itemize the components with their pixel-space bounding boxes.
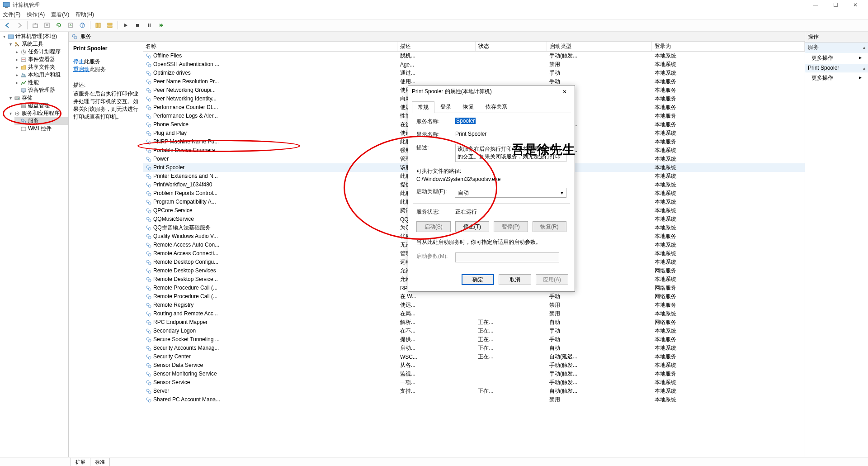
label-service-name: 服务名称: (416, 118, 455, 125)
svg-point-60 (148, 150, 151, 153)
toolbar-grid1-icon[interactable] (93, 20, 103, 30)
window-minimize-button[interactable]: — (806, 0, 826, 10)
btn-cancel[interactable]: 取消 (499, 274, 531, 285)
svg-point-98 (148, 314, 151, 316)
tree-local-users[interactable]: ▸本地用户和组 (14, 71, 68, 79)
toolbar-up-button[interactable] (30, 20, 40, 30)
dialog-tab-general[interactable]: 常规 (412, 101, 434, 113)
service-row[interactable]: Optimize drives通过...手动本地系统 (143, 69, 805, 77)
service-row[interactable]: Security Accounts Manag...启动...正在...自动本地… (143, 344, 805, 352)
window-close-button[interactable]: ✕ (845, 0, 865, 10)
tree-wmi[interactable]: WMI 控件 (14, 125, 68, 133)
btn-stop[interactable]: 停止(T) (455, 221, 490, 232)
value-description[interactable] (455, 144, 566, 162)
menu-view[interactable]: 查看(V) (51, 11, 69, 19)
service-control-buttons: 启动(S) 停止(T) 暂停(P) 恢复(R) (416, 221, 566, 232)
dialog-tab-deps[interactable]: 依存关系 (480, 101, 513, 113)
tree-services-apps[interactable]: ▾服务和应用程序 (8, 109, 68, 117)
gear-icon (146, 53, 152, 59)
service-row[interactable]: OpenSSH Authentication ...Age...禁用本地系统 (143, 60, 805, 69)
menu-help[interactable]: 帮助(H) (75, 11, 94, 19)
gear-icon (146, 113, 152, 119)
gear-icon (146, 388, 152, 395)
tab-standard[interactable]: 标准 (90, 458, 110, 466)
link-stop-service[interactable]: 停止 (73, 58, 84, 65)
tree-system-tools[interactable]: ▾系统工具 (8, 40, 68, 48)
tree-root[interactable]: ▾计算机管理(本地) (2, 33, 68, 40)
label-startup-type: 启动类型(E): (416, 188, 455, 195)
gear-icon (146, 311, 152, 317)
service-row[interactable]: RPC Endpoint Mapper解析...正在...自动网络服务 (143, 318, 805, 327)
service-row[interactable]: Secure Socket Tunneling ...提供...正在...手动本… (143, 335, 805, 344)
service-row[interactable]: Offline Files脱机...手动(触发...本地系统 (143, 52, 805, 61)
service-row[interactable]: Server支持...正在...自动(触发...本地系统 (143, 387, 805, 395)
gear-icon (146, 216, 152, 223)
toolbar-help-icon[interactable]: ? (77, 20, 87, 30)
col-logon[interactable]: 登录为 (652, 42, 805, 52)
tree-storage[interactable]: ▾存储 (8, 94, 68, 102)
col-name[interactable]: 名称 (143, 42, 397, 52)
col-desc[interactable]: 描述 (397, 42, 476, 52)
svg-point-38 (148, 56, 151, 58)
value-exe-path: C:\Windows\System32\spoolsv.exe (416, 176, 566, 182)
btn-ok[interactable]: 确定 (462, 274, 494, 285)
tree-disk-management[interactable]: 磁盘管理 (14, 102, 68, 109)
detail-desc-text: 该服务在后台执行打印作业并处理与打印机的交互。如果关闭该服务，则无法进行打印或查… (73, 90, 138, 121)
tree-event-viewer[interactable]: ▸事件查看器 (14, 56, 68, 63)
link-restart-service[interactable]: 重启动 (73, 66, 90, 72)
service-row[interactable]: Sensor Service一项...手动(触发...本地系统 (143, 378, 805, 387)
svg-point-118 (148, 399, 151, 402)
menu-file[interactable]: 文件(F) (3, 11, 20, 19)
toolbar-forward-button[interactable] (14, 20, 24, 30)
dialog-tab-recovery[interactable]: 恢复 (457, 101, 480, 113)
tree-device-manager[interactable]: 设备管理器 (14, 86, 68, 94)
startup-type-combo[interactable]: 自动▾ (455, 188, 566, 198)
service-row[interactable]: Routing and Remote Acc...在局...禁用本地系统 (143, 309, 805, 318)
collapse-icon[interactable]: ▴ (863, 66, 865, 71)
col-status[interactable]: 状态 (475, 42, 547, 52)
svg-point-22 (24, 74, 25, 76)
toolbar-pause-icon[interactable] (144, 20, 154, 30)
toolbar-stop-icon[interactable] (132, 20, 142, 30)
tree-shared-folders[interactable]: ▸共享文件夹 (14, 63, 68, 71)
gear-icon (146, 173, 152, 180)
svg-rect-24 (21, 89, 26, 92)
actions-more-1[interactable]: 更多操作 ▸ (805, 52, 868, 64)
svg-point-36 (74, 36, 77, 39)
service-row[interactable]: Security CenterWSC...正在...自动(延迟...本地服务 (143, 352, 805, 361)
gear-icon (146, 182, 152, 188)
collapse-icon[interactable]: ▴ (863, 45, 865, 50)
gear-icon (146, 302, 152, 309)
svg-point-76 (148, 219, 151, 222)
service-row[interactable]: Remote Registry使远...禁用本地服务 (143, 301, 805, 309)
service-row[interactable]: Sensor Monitoring Service监视...手动(触发...本地… (143, 370, 805, 378)
service-row[interactable]: Sensor Data Service从各...手动(触发...本地系统 (143, 361, 805, 370)
toolbar-restart-icon[interactable] (156, 20, 166, 30)
toolbar-back-button[interactable] (3, 20, 13, 30)
toolbar-grid2-icon[interactable] (105, 20, 115, 30)
window-maximize-button[interactable]: ☐ (826, 0, 845, 10)
toolbar-refresh-icon[interactable] (54, 20, 64, 30)
toolbar-properties-icon[interactable] (42, 20, 52, 30)
svg-point-68 (148, 185, 151, 187)
tree-task-scheduler[interactable]: ▸任务计划程序 (14, 48, 68, 56)
dialog-tab-logon[interactable]: 登录 (434, 101, 457, 113)
toolbar-play-icon[interactable] (121, 20, 131, 30)
toolbar-export-icon[interactable] (66, 20, 75, 30)
col-startup[interactable]: 启动类型 (547, 42, 652, 52)
dialog-close-button[interactable]: ✕ (558, 89, 571, 95)
value-service-name[interactable]: Spooler (455, 118, 476, 124)
tab-extended[interactable]: 扩展 (71, 458, 90, 466)
gear-icon (146, 139, 152, 145)
svg-point-104 (148, 339, 151, 342)
actions-more-2[interactable]: 更多操作 ▸ (805, 72, 868, 84)
service-row[interactable]: Secondary Logon在不...正在...手动本地系统 (143, 327, 805, 335)
gear-icon (146, 96, 152, 102)
service-row[interactable]: Shared PC Account Mana...禁用本地系统 (143, 395, 805, 404)
tree-services[interactable]: 服务 (14, 117, 68, 125)
tree-performance[interactable]: ▸性能 (14, 79, 68, 86)
svg-rect-13 (136, 24, 139, 27)
menu-action[interactable]: 操作(A) (27, 11, 45, 19)
divider (413, 203, 570, 204)
service-row[interactable]: Remote Procedure Call (...在 W...手动网络服务 (143, 292, 805, 301)
